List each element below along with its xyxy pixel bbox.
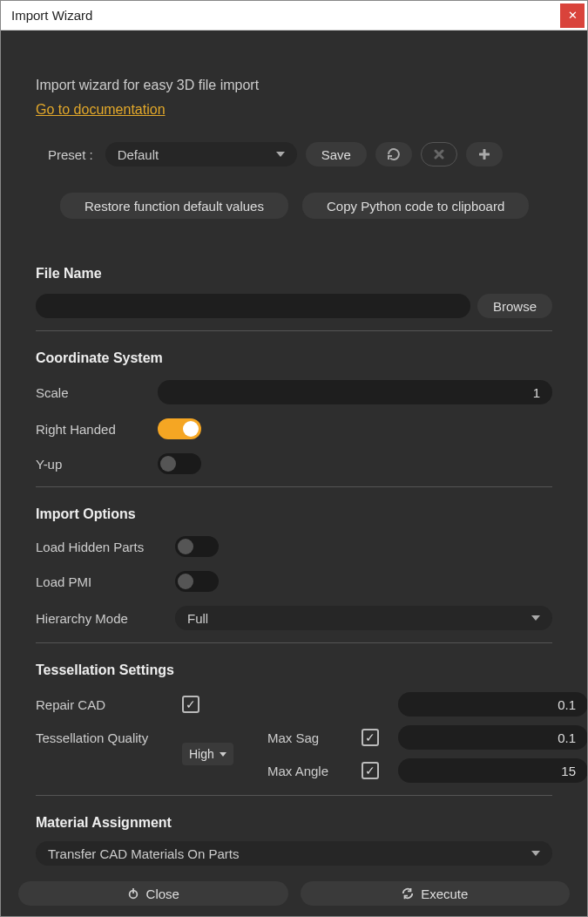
toggle-knob (178, 539, 193, 554)
preset-refresh-button[interactable] (375, 142, 412, 166)
chevron-down-icon (531, 615, 540, 621)
hierarchy-mode-label: Hierarchy Mode (36, 611, 175, 626)
separator (36, 795, 552, 796)
y-up-toggle[interactable] (158, 453, 201, 474)
hierarchy-value: Full (187, 611, 208, 626)
refresh-icon (402, 887, 414, 900)
toggle-knob (183, 421, 199, 437)
intro-text: Import wizard for easy 3D file import (36, 78, 552, 93)
max-angle-checkbox[interactable]: ✓ (362, 762, 379, 779)
load-hidden-toggle[interactable] (175, 536, 219, 557)
chevron-down-icon (220, 752, 226, 757)
copy-python-button[interactable]: Copy Python code to clipboard (302, 193, 529, 219)
file-name-input[interactable] (36, 294, 470, 318)
hierarchy-mode-select[interactable]: Full (175, 606, 552, 630)
max-angle-input[interactable] (398, 758, 587, 783)
titlebar: Import Wizard ✕ (1, 1, 587, 31)
window-title: Import Wizard (11, 8, 560, 23)
tess-quality-select[interactable]: High (182, 743, 233, 765)
scale-label: Scale (36, 385, 158, 400)
max-angle-label: Max Angle (267, 764, 355, 778)
section-title-tessellation: Tessellation Settings (36, 662, 552, 678)
execute-button[interactable]: Execute (301, 881, 571, 906)
separator (36, 330, 552, 331)
restore-defaults-button[interactable]: Restore function default values (60, 193, 288, 219)
separator (36, 486, 552, 487)
section-title-import-options: Import Options (36, 506, 552, 522)
section-title-material: Material Assignment (36, 815, 552, 831)
preset-add-button[interactable] (466, 142, 503, 166)
scale-input[interactable] (158, 380, 552, 404)
power-icon (127, 887, 139, 900)
close-button-label: Close (146, 886, 179, 901)
load-hidden-label: Load Hidden Parts (36, 540, 175, 554)
check-icon: ✓ (365, 731, 375, 744)
window-close-button[interactable]: ✕ (560, 3, 585, 28)
material-assignment-select[interactable]: Transfer CAD Materials On Parts (36, 841, 552, 866)
repair-cad-value-input[interactable] (398, 692, 587, 717)
tess-quality-label: Tessellation Quality (36, 730, 175, 745)
preset-label: Preset : (48, 147, 93, 162)
tess-quality-value: High (189, 747, 214, 761)
check-icon: ✓ (186, 698, 196, 710)
preset-select[interactable]: Default (105, 142, 297, 166)
load-pmi-toggle[interactable] (175, 571, 219, 592)
y-up-label: Y-up (36, 457, 158, 472)
material-value: Transfer CAD Materials On Parts (48, 846, 240, 861)
footer: Close Execute (1, 873, 587, 916)
repair-cad-checkbox[interactable]: ✓ (182, 696, 199, 713)
tessellation-grid: Repair CAD ✓ mm Tessellation Quality Hig… (36, 692, 552, 783)
documentation-link[interactable]: Go to documentation (36, 102, 166, 118)
close-button[interactable]: Close (18, 881, 288, 906)
right-handed-toggle[interactable] (158, 418, 201, 439)
load-pmi-label: Load PMI (36, 574, 175, 589)
max-sag-checkbox[interactable]: ✓ (362, 729, 379, 746)
section-title-file-name: File Name (36, 266, 552, 282)
browse-button[interactable]: Browse (477, 294, 552, 318)
action-buttons-row: Restore function default values Copy Pyt… (36, 193, 552, 219)
execute-button-label: Execute (421, 886, 468, 901)
preset-delete-button[interactable] (421, 142, 457, 166)
repair-cad-label: Repair CAD (36, 697, 175, 712)
plus-icon (479, 149, 490, 160)
dialog-body: Import wizard for easy 3D file import Go… (1, 31, 587, 874)
chevron-down-icon (276, 152, 285, 157)
preset-save-button[interactable]: Save (306, 142, 367, 166)
section-title-coord: Coordinate System (36, 350, 552, 366)
import-wizard-window: Import Wizard ✕ Import wizard for easy 3… (0, 0, 588, 917)
toggle-knob (178, 574, 193, 589)
delete-icon (434, 149, 444, 160)
check-icon: ✓ (365, 764, 375, 777)
close-icon: ✕ (568, 9, 578, 22)
refresh-icon (387, 147, 401, 161)
preset-value: Default (118, 147, 159, 162)
separator (36, 642, 552, 643)
preset-row: Preset : Default Save (36, 142, 552, 166)
chevron-down-icon (531, 851, 540, 856)
right-handed-label: Right Handed (36, 422, 158, 437)
max-sag-label: Max Sag (267, 730, 355, 745)
toggle-knob (160, 456, 176, 472)
max-sag-input[interactable] (398, 725, 587, 750)
